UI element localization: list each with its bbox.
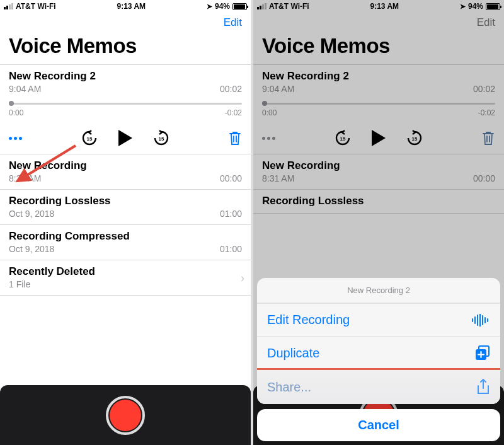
- recording-time: 9:04 AM: [9, 84, 96, 94]
- scrubber[interactable]: [9, 103, 242, 105]
- recording-sub: Oct 9, 2018: [9, 209, 111, 219]
- screenshot-left: AT&T Wi-Fi 9:13 AM ➤ 94% Edit Voice Memo…: [0, 0, 251, 445]
- list-item[interactable]: New Recording8:31 AM 00:00: [253, 154, 504, 189]
- recording-sub: 8:31 AM: [9, 173, 87, 183]
- recording-name: Recording Compressed: [9, 230, 130, 243]
- signal-bars-icon: [4, 3, 13, 9]
- share-icon: [476, 379, 490, 395]
- sheet-option-label: Share...: [267, 380, 311, 395]
- clock: 9:13 AM: [117, 2, 146, 11]
- skip-forward-15-icon[interactable]: 15: [406, 130, 423, 146]
- more-button[interactable]: [9, 137, 22, 140]
- list-item[interactable]: New Recording8:31 AM 00:00: [0, 154, 251, 189]
- recently-deleted-row[interactable]: Recently Deleted1 File ›: [0, 260, 251, 296]
- more-button[interactable]: [262, 137, 275, 140]
- battery-percent: 94%: [468, 2, 483, 11]
- carrier-label: AT&T Wi-Fi: [16, 2, 56, 11]
- recording-duration: 00:02: [473, 84, 495, 94]
- trash-button[interactable]: [481, 130, 495, 146]
- clock: 9:13 AM: [370, 2, 399, 11]
- recording-name: Recording Lossless: [9, 195, 111, 207]
- list-item[interactable]: Recording LosslessOct 9, 2018 01:00: [0, 189, 251, 224]
- svg-text:15: 15: [340, 136, 345, 142]
- playhead-time: 0:00: [9, 108, 23, 117]
- duplicate-icon: [475, 345, 490, 361]
- recording-duration: 01:00: [220, 209, 242, 219]
- svg-text:15: 15: [158, 136, 164, 142]
- battery-percent: 94%: [215, 2, 230, 11]
- recording-name[interactable]: New Recording 2: [262, 70, 349, 83]
- scrubber-knob[interactable]: [9, 101, 14, 106]
- chevron-right-icon: ›: [241, 271, 244, 284]
- sheet-title: New Recording 2: [257, 278, 500, 303]
- svg-text:15: 15: [86, 136, 92, 142]
- nav-header: Edit: [0, 13, 251, 33]
- list-item[interactable]: Recording CompressedOct 9, 2018 01:00: [0, 224, 251, 260]
- sheet-option-label: Edit Recording: [267, 313, 350, 327]
- recording-expanded: New Recording 2 9:04 AM 00:02 0:00 -0:02…: [0, 64, 251, 154]
- sheet-cancel-button[interactable]: Cancel: [257, 409, 500, 441]
- skip-back-15-icon[interactable]: 15: [335, 130, 351, 146]
- recording-sub: 8:31 AM: [262, 173, 340, 183]
- carrier-label: AT&T Wi-Fi: [269, 2, 309, 11]
- sheet-option-label: Duplicate: [267, 346, 319, 361]
- page-title: Voice Memos: [253, 33, 504, 64]
- recording-time: 9:04 AM: [262, 84, 349, 94]
- scrubber-knob[interactable]: [262, 101, 267, 106]
- location-icon: ➤: [460, 3, 466, 11]
- recording-sub: Oct 9, 2018: [9, 244, 130, 254]
- status-bar: AT&T Wi-Fi 9:13 AM ➤ 94%: [0, 0, 251, 13]
- playhead-time: 0:00: [262, 108, 277, 117]
- battery-icon: [232, 3, 247, 10]
- recording-name: Recording Lossless: [262, 195, 364, 207]
- remaining-time: -0:02: [225, 108, 242, 117]
- location-icon: ➤: [207, 3, 212, 11]
- recording-name[interactable]: New Recording 2: [9, 70, 96, 83]
- play-button[interactable]: [370, 129, 387, 147]
- sheet-option-share[interactable]: Share...: [257, 369, 500, 404]
- recording-duration: 01:00: [220, 244, 242, 254]
- trash-button[interactable]: [228, 130, 242, 146]
- screenshot-right: AT&T Wi-Fi 9:13 AM ➤ 94% Edit Voice Memo…: [253, 0, 504, 445]
- recording-name: New Recording: [9, 159, 87, 172]
- record-button[interactable]: [106, 396, 145, 435]
- edit-button[interactable]: Edit: [224, 16, 242, 29]
- action-sheet: New Recording 2 Edit Recording Duplicate…: [257, 278, 500, 441]
- signal-bars-icon: [257, 3, 266, 9]
- remaining-time: -0:02: [478, 108, 495, 117]
- list-item[interactable]: Recording Lossless: [253, 189, 504, 214]
- recording-duration: 00:02: [220, 84, 242, 94]
- sheet-option-duplicate[interactable]: Duplicate: [257, 336, 500, 369]
- recording-sub: 1 File: [9, 279, 95, 289]
- battery-icon: [486, 3, 500, 10]
- waveform-icon: [471, 314, 490, 327]
- sheet-option-edit-recording[interactable]: Edit Recording: [257, 303, 500, 336]
- play-button[interactable]: [117, 129, 134, 147]
- recording-duration: 00:00: [220, 173, 242, 183]
- skip-forward-15-icon[interactable]: 15: [153, 130, 169, 146]
- recording-duration: 00:00: [473, 173, 495, 183]
- recording-name: Recently Deleted: [9, 265, 95, 278]
- recording-expanded: New Recording 2 9:04 AM 00:02 0:00 -0:02…: [253, 64, 504, 154]
- record-bar: [0, 385, 251, 445]
- status-bar: AT&T Wi-Fi 9:13 AM ➤ 94%: [253, 0, 504, 13]
- svg-text:15: 15: [411, 136, 417, 142]
- edit-button[interactable]: Edit: [477, 16, 495, 29]
- nav-header: Edit: [253, 13, 504, 33]
- scrubber[interactable]: [262, 103, 495, 105]
- skip-back-15-icon[interactable]: 15: [81, 130, 98, 146]
- page-title: Voice Memos: [0, 33, 251, 64]
- recording-name: New Recording: [262, 159, 340, 172]
